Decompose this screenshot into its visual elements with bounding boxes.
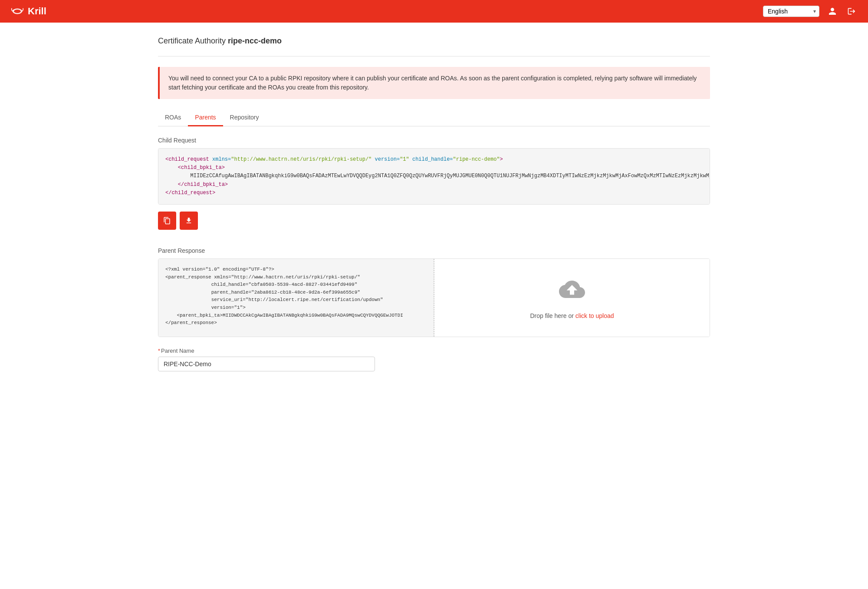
svg-point-2 <box>13 10 14 11</box>
logout-icon-button[interactable] <box>845 5 858 17</box>
copy-button[interactable] <box>158 212 176 230</box>
child-request-section: Child Request <child_request xmlns="http… <box>158 137 710 230</box>
page-title: Certificate Authority ripe-ncc-demo <box>158 36 710 46</box>
upload-area[interactable]: Drop file here or click to upload <box>434 259 710 337</box>
parent-name-input[interactable] <box>158 357 375 371</box>
child-request-code: <child_request xmlns="http://www.hactrn.… <box>158 148 710 205</box>
main-content: Certificate Authority ripe-ncc-demo You … <box>148 23 720 385</box>
tab-roas[interactable]: ROAs <box>158 109 188 126</box>
logo-text: Krill <box>28 6 46 17</box>
download-icon <box>185 217 193 225</box>
download-button[interactable] <box>180 212 198 230</box>
action-buttons <box>158 212 710 230</box>
parent-name-label: *Parent Name <box>158 347 710 354</box>
child-request-label: Child Request <box>158 137 710 144</box>
krill-logo-icon <box>10 6 24 17</box>
parent-name-field-group: *Parent Name <box>158 347 710 371</box>
logout-icon <box>847 7 856 16</box>
parent-response-label: Parent Response <box>158 247 710 254</box>
title-divider <box>158 56 710 56</box>
alert-text: You will need to connect your CA to a pu… <box>168 74 701 92</box>
upload-text: Drop file here or click to upload <box>530 312 614 319</box>
copy-icon <box>163 217 171 225</box>
user-icon <box>828 7 837 16</box>
language-selector-wrap: English Dutch German <box>763 6 819 17</box>
upload-icon <box>559 276 585 307</box>
tab-bar: ROAs Parents Repository <box>158 109 710 126</box>
required-indicator: * <box>158 347 160 354</box>
language-selector[interactable]: English Dutch German <box>763 6 819 17</box>
svg-point-1 <box>14 10 21 13</box>
parent-response-code: <?xml version="1.0" encoding="UTF-8"?> <… <box>158 259 434 337</box>
user-icon-button[interactable] <box>826 5 838 17</box>
app-header: Krill English Dutch German <box>0 0 868 23</box>
parent-response-grid: <?xml version="1.0" encoding="UTF-8"?> <… <box>158 258 710 337</box>
upload-link[interactable]: click to upload <box>575 312 614 319</box>
header-right: English Dutch German <box>763 5 858 17</box>
tab-parents[interactable]: Parents <box>188 109 223 126</box>
parent-response-section: Parent Response <?xml version="1.0" enco… <box>158 247 710 371</box>
info-alert: You will need to connect your CA to a pu… <box>158 67 710 99</box>
logo: Krill <box>10 6 46 17</box>
tab-repository[interactable]: Repository <box>223 109 266 126</box>
